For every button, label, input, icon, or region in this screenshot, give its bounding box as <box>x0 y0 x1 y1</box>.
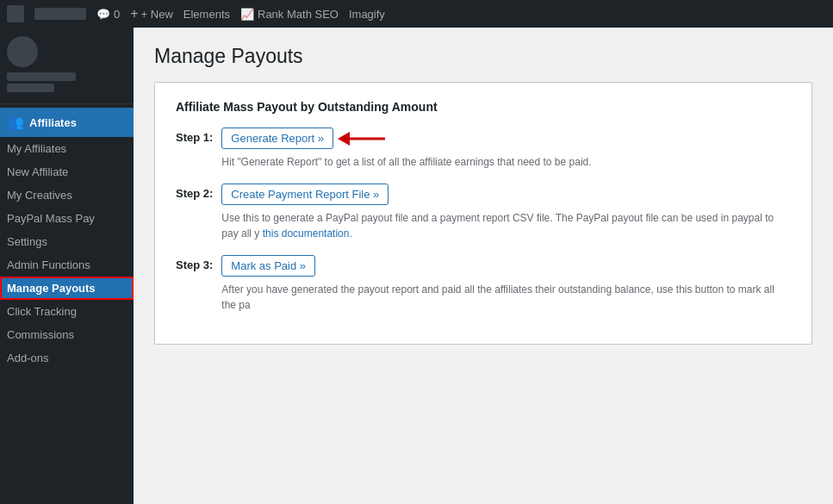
red-arrow-icon <box>338 127 385 151</box>
sidebar-item-new-affiliate[interactable]: New Affiliate <box>0 160 134 184</box>
main-layout: 👥 Affiliates My Affiliates New Affiliate… <box>0 28 833 504</box>
sidebar-item-my-creatives[interactable]: My Creatives <box>0 184 134 207</box>
sidebar-item-paypal-mass-pay[interactable]: PayPal Mass Pay <box>0 207 134 230</box>
sidebar: 👥 Affiliates My Affiliates New Affiliate… <box>0 28 134 504</box>
wp-logo-icon[interactable] <box>7 5 24 22</box>
mark-as-paid-button[interactable]: Mark as Paid » <box>221 255 315 277</box>
comment-count[interactable]: 💬 0 <box>96 8 120 21</box>
sidebar-item-manage-payouts[interactable]: Manage Payouts <box>0 277 134 300</box>
step-3-content: Mark as Paid » After you have generated … <box>221 255 791 313</box>
step-3-label: Step 3: <box>176 255 213 271</box>
svg-marker-1 <box>338 132 350 146</box>
step-2-label: Step 2: <box>176 184 213 200</box>
sidebar-item-click-tracking[interactable]: Click Tracking <box>0 300 134 323</box>
comment-icon: 💬 <box>96 8 110 21</box>
create-payment-report-button[interactable]: Create Payment Report File » <box>221 184 389 205</box>
step-1-content: Generate Report » Hit "Generate Report" … <box>221 128 791 170</box>
affiliates-label: Affiliates <box>29 116 127 129</box>
sidebar-item-manage-payouts-wrapper: Manage Payouts <box>0 277 134 300</box>
generate-report-container: Generate Report » <box>221 128 333 149</box>
step-1-row: Step 1: Generate Report » Hit "Generate … <box>176 128 791 170</box>
site-name[interactable] <box>34 8 86 20</box>
user-profile <box>0 28 134 104</box>
admin-bar: 💬 0 + + New Elements 📈 Rank Math SEO Ima… <box>0 0 833 28</box>
step-1-description: Hit "Generate Report" to get a list of a… <box>221 154 791 170</box>
imagify-link[interactable]: Imagify <box>349 8 385 21</box>
imagify-label: Imagify <box>349 8 385 21</box>
sidebar-item-add-ons[interactable]: Add-ons <box>0 346 134 370</box>
new-label: + New <box>141 8 173 21</box>
step-3-row: Step 3: Mark as Paid » After you have ge… <box>176 255 791 313</box>
sidebar-nav: 👥 Affiliates My Affiliates New Affiliate… <box>0 104 134 373</box>
sidebar-item-settings[interactable]: Settings <box>0 230 134 253</box>
payout-card: Affiliate Mass Payout by Outstanding Amo… <box>154 82 812 345</box>
affiliates-icon: 👥 <box>7 115 24 130</box>
step-3-description: After you have generated the payout repo… <box>221 282 791 313</box>
documentation-link[interactable]: this documentation <box>263 227 350 240</box>
content-area: Manage Payouts Affiliate Mass Payout by … <box>134 28 833 504</box>
rank-math-label: Rank Math SEO <box>258 8 339 21</box>
step-2-content: Create Payment Report File » Use this to… <box>221 184 791 241</box>
elements-link[interactable]: Elements <box>183 8 230 21</box>
user-role <box>7 84 54 92</box>
step-2-row: Step 2: Create Payment Report File » Use… <box>176 184 791 241</box>
step-2-description: Use this to generate a PayPal payout fil… <box>221 210 791 241</box>
rank-math-icon: 📈 <box>240 8 254 21</box>
sidebar-item-my-affiliates[interactable]: My Affiliates <box>0 137 134 160</box>
sidebar-item-affiliates[interactable]: 👥 Affiliates <box>0 108 134 137</box>
plus-icon: + <box>130 6 138 22</box>
rank-math-link[interactable]: 📈 Rank Math SEO <box>240 8 339 21</box>
avatar <box>7 36 38 67</box>
elements-label: Elements <box>183 8 230 21</box>
generate-report-button[interactable]: Generate Report » <box>221 128 333 149</box>
new-link[interactable]: + + New <box>130 6 173 22</box>
user-name <box>7 72 76 81</box>
card-title: Affiliate Mass Payout by Outstanding Amo… <box>176 100 791 114</box>
page-title: Manage Payouts <box>154 45 812 68</box>
step-1-label: Step 1: <box>176 128 213 144</box>
sidebar-item-admin-functions[interactable]: Admin Functions <box>0 253 134 277</box>
sidebar-item-commissions[interactable]: Commissions <box>0 323 134 346</box>
